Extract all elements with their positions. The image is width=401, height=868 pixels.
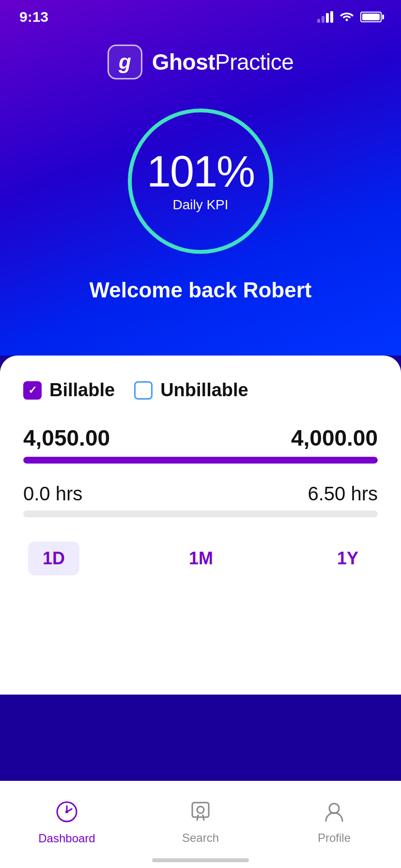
search-icon <box>188 800 213 827</box>
signal-bar-3 <box>326 13 329 23</box>
svg-point-2 <box>65 810 68 813</box>
period-btn-1m[interactable]: 1M <box>174 542 228 575</box>
stats-row: 4,050.00 4,000.00 <box>23 425 378 451</box>
tab-profile-label: Profile <box>318 831 351 845</box>
tab-bar: Dashboard Search Profile <box>0 781 401 868</box>
period-btn-1d[interactable]: 1D <box>28 542 79 575</box>
logo-text: GhostPractice <box>152 49 294 75</box>
progress-bar-fill <box>23 457 378 464</box>
kpi-circle: 101% Daily KPI <box>128 108 273 254</box>
svg-point-0 <box>346 18 348 21</box>
billable-checkbox[interactable] <box>23 381 42 400</box>
filter-billable[interactable]: Billable <box>23 380 115 401</box>
tab-dashboard-label: Dashboard <box>38 832 95 845</box>
welcome-text: Welcome back Robert <box>0 264 401 326</box>
signal-bar-2 <box>322 16 324 23</box>
status-bar: 9:13 <box>0 0 401 30</box>
status-right-icons <box>317 10 382 25</box>
content-card: Billable Unbillable 4,050.00 4,000.00 0.… <box>0 356 401 695</box>
hours-actual: 0.0 hrs <box>23 483 82 505</box>
signal-icon <box>317 11 333 23</box>
svg-point-5 <box>329 804 339 813</box>
hours-bar-container <box>23 511 378 517</box>
signal-bar-1 <box>317 19 320 23</box>
svg-rect-3 <box>192 803 209 817</box>
hours-target: 6.50 hrs <box>308 483 378 505</box>
logo-area: g GhostPractice <box>0 30 401 89</box>
status-time: 9:13 <box>19 9 48 25</box>
stat-current: 4,050.00 <box>23 425 110 451</box>
period-btn-1y[interactable]: 1Y <box>323 542 373 575</box>
profile-icon <box>322 800 346 827</box>
battery-icon <box>360 12 382 22</box>
filter-row: Billable Unbillable <box>23 380 378 401</box>
kpi-label: Daily KPI <box>172 197 228 213</box>
filter-unbillable[interactable]: Unbillable <box>134 380 248 401</box>
progress-bar-container <box>23 457 378 464</box>
billable-label: Billable <box>49 380 115 401</box>
stat-target: 4,000.00 <box>291 425 378 451</box>
tab-search-label: Search <box>182 831 219 845</box>
hours-row: 0.0 hrs 6.50 hrs <box>23 483 378 505</box>
logo-icon-box: g <box>108 45 142 79</box>
logo-letter: g <box>119 50 131 74</box>
unbillable-label: Unbillable <box>160 380 248 401</box>
tab-profile[interactable]: Profile <box>267 781 401 853</box>
unbillable-checkbox[interactable] <box>134 381 153 400</box>
tab-dashboard[interactable]: Dashboard <box>0 781 134 853</box>
kpi-percentage: 101% <box>147 150 254 193</box>
logo-brand-light: Practice <box>215 49 293 75</box>
period-buttons: 1D 1M 1Y <box>23 542 378 575</box>
kpi-circle-container: 101% Daily KPI <box>0 89 401 264</box>
tab-search[interactable]: Search <box>134 781 267 853</box>
wifi-icon <box>339 10 355 25</box>
logo-brand-bold: Ghost <box>152 49 215 75</box>
signal-bar-4 <box>330 11 333 23</box>
svg-point-4 <box>197 806 204 813</box>
dashboard-icon <box>54 799 79 828</box>
home-indicator <box>152 858 249 862</box>
